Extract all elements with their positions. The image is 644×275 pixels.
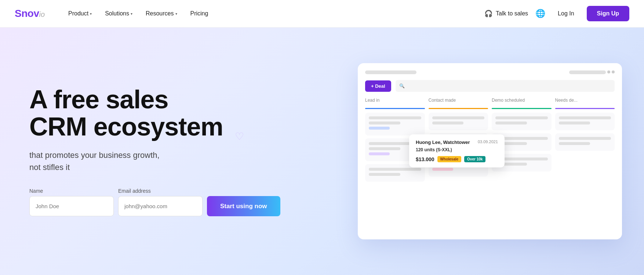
logo-snov: Snov bbox=[15, 8, 39, 19]
start-using-button[interactable]: Start using now bbox=[207, 196, 280, 216]
signup-form: Name Email address Start using now bbox=[29, 188, 235, 216]
crm-card bbox=[429, 113, 488, 130]
nav-right: 🎧 Talk to sales 🌐 Log In Sign Up bbox=[484, 6, 629, 21]
hero-heading: A free sales CRM ecosystem bbox=[29, 86, 235, 140]
chevron-down-icon: ▾ bbox=[90, 12, 92, 16]
signup-button[interactable]: Sign Up bbox=[587, 6, 629, 21]
headset-icon: 🎧 bbox=[484, 9, 493, 18]
popup-price: $13.000 bbox=[416, 156, 434, 162]
col-contact-made-header: Contact made bbox=[429, 98, 488, 105]
col-needs-de-header: Needs de... bbox=[555, 98, 615, 105]
col-needs-de-bar bbox=[555, 108, 615, 109]
nav-resources[interactable]: Resources ▾ bbox=[141, 7, 182, 20]
name-label: Name bbox=[29, 188, 114, 194]
chevron-down-icon: ▾ bbox=[175, 12, 177, 16]
talk-to-sales-button[interactable]: 🎧 Talk to sales bbox=[484, 9, 528, 18]
name-input[interactable] bbox=[29, 196, 114, 216]
popup-contact-name: Huong Lee, Watchtower bbox=[416, 140, 470, 145]
col-lead-in-header: Lead in bbox=[365, 98, 425, 105]
crm-card bbox=[492, 113, 552, 130]
nav-product[interactable]: Product ▾ bbox=[63, 7, 97, 20]
hero-subtext: that promotes your business growth,not s… bbox=[29, 149, 220, 173]
nav-product-label: Product bbox=[68, 10, 88, 17]
globe-icon[interactable]: 🌐 bbox=[535, 9, 545, 18]
crm-columns: Lead in bbox=[365, 98, 615, 185]
nav-pricing[interactable]: Pricing bbox=[185, 7, 214, 20]
crm-card bbox=[365, 113, 425, 135]
dashboard-card: + Deal 🔍 Lead in bbox=[358, 63, 622, 239]
name-field-group: Name bbox=[29, 188, 114, 216]
login-button[interactable]: Log In bbox=[553, 7, 579, 20]
hero-section: A free sales CRM ecosystem that promotes… bbox=[0, 28, 644, 275]
dash-bar-right bbox=[569, 70, 606, 74]
crm-card bbox=[555, 113, 615, 130]
nav-pricing-label: Pricing bbox=[190, 10, 208, 17]
col-demo-scheduled-bar bbox=[492, 108, 552, 109]
dash-toolbar: + Deal 🔍 bbox=[365, 80, 615, 92]
popup-header: Huong Lee, Watchtower 03.09.2021 bbox=[416, 140, 498, 145]
hero-heading-line1: A free sales bbox=[29, 85, 168, 114]
col-contact-made-bar bbox=[429, 108, 488, 109]
deal-button[interactable]: + Deal bbox=[365, 80, 391, 92]
crm-card bbox=[555, 133, 615, 151]
popup-date: 03.09.2021 bbox=[478, 140, 498, 144]
dash-dot bbox=[612, 70, 615, 73]
nav-solutions[interactable]: Solutions ▾ bbox=[100, 7, 138, 20]
dash-dot bbox=[607, 70, 610, 73]
nav-links: Product ▾ Solutions ▾ Resources ▾ Pricin… bbox=[63, 7, 484, 20]
dash-dots bbox=[569, 70, 615, 74]
hero-heading-line2: CRM ecosystem bbox=[29, 112, 223, 141]
col-needs-de: Needs de... bbox=[555, 98, 615, 185]
email-input[interactable] bbox=[118, 196, 203, 216]
email-label: Email address bbox=[118, 188, 203, 194]
search-icon: 🔍 bbox=[399, 83, 405, 88]
col-lead-in-bar bbox=[365, 108, 425, 109]
popup-units: 120 units (S-XXL) bbox=[416, 147, 498, 152]
badge-over10k: Over 10k bbox=[464, 156, 485, 162]
badge-wholesale: Wholesale bbox=[437, 156, 461, 162]
col-demo-scheduled-header: Demo scheduled bbox=[492, 98, 552, 105]
dash-search-bar[interactable]: 🔍 bbox=[396, 80, 615, 92]
logo[interactable]: Snov io bbox=[15, 8, 45, 19]
email-field-group: Email address bbox=[118, 188, 203, 216]
nav-solutions-label: Solutions bbox=[105, 10, 129, 17]
logo-io: io bbox=[39, 10, 45, 19]
popup-bottom: $13.000 Wholesale Over 10k bbox=[416, 156, 498, 162]
talk-to-sales-label: Talk to sales bbox=[496, 10, 528, 17]
chevron-down-icon: ▾ bbox=[131, 12, 132, 16]
dashboard-mockup: + Deal 🔍 Lead in bbox=[358, 63, 622, 239]
hero-content: A free sales CRM ecosystem that promotes… bbox=[0, 64, 264, 238]
dash-top-bar bbox=[365, 70, 615, 74]
dash-bar-left bbox=[365, 70, 416, 74]
deal-popup: Huong Lee, Watchtower 03.09.2021 120 uni… bbox=[409, 134, 505, 167]
nav-resources-label: Resources bbox=[146, 10, 174, 17]
navbar: Snov io Product ▾ Solutions ▾ Resources … bbox=[0, 0, 644, 28]
